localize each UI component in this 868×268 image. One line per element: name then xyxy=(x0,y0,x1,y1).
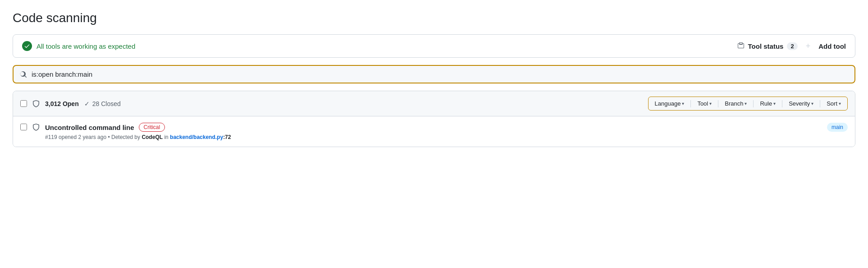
status-check-icon xyxy=(22,41,32,51)
severity-badge: Critical xyxy=(139,123,165,132)
branch-chevron-icon: ▾ xyxy=(745,101,747,106)
alert-checkbox[interactable] xyxy=(20,124,27,130)
page-title: Code scanning xyxy=(13,11,855,25)
severity-chevron-icon: ▾ xyxy=(811,101,813,106)
tool-status-icon xyxy=(737,42,745,51)
rule-chevron-icon: ▾ xyxy=(773,101,776,106)
severity-filter-button[interactable]: Severity ▾ xyxy=(785,98,817,109)
rule-filter-button[interactable]: Rule ▾ xyxy=(756,98,779,109)
alert-right: main xyxy=(827,123,848,132)
tool-chevron-icon: ▾ xyxy=(709,101,712,106)
tool-filter-button[interactable]: Tool ▾ xyxy=(694,98,715,109)
sort-filter-button[interactable]: Sort ▾ xyxy=(823,98,845,109)
filter-separator-2 xyxy=(718,100,718,107)
search-container xyxy=(13,65,855,83)
status-message: All tools are working as expected xyxy=(37,42,135,50)
tool-count-badge: 2 xyxy=(787,42,797,50)
results-panel: 3,012 Open ✓ 28 Closed Language ▾ Tool ▾… xyxy=(13,91,855,147)
language-filter-button[interactable]: Language ▾ xyxy=(651,98,688,109)
filter-separator-5 xyxy=(820,100,820,107)
sort-chevron-icon: ▾ xyxy=(839,101,841,106)
add-tool-button[interactable]: Add tool xyxy=(818,42,846,50)
alert-row: Uncontrolled command line Critical #119 … xyxy=(13,116,855,147)
alert-title-row: Uncontrolled command line Critical xyxy=(45,123,822,132)
search-input[interactable] xyxy=(32,70,848,78)
tool-status-button[interactable]: Tool status 2 xyxy=(737,42,798,51)
status-left: All tools are working as expected xyxy=(22,41,135,51)
search-icon xyxy=(20,71,27,78)
branch-filter-button[interactable]: Branch ▾ xyxy=(721,98,750,109)
open-count: 3,012 Open xyxy=(45,100,79,107)
status-right: Tool status 2 + Add tool xyxy=(737,42,846,51)
filter-separator-3 xyxy=(753,100,754,107)
tool-status-label: Tool status xyxy=(748,42,784,50)
alert-tool: CodeQL xyxy=(142,134,163,140)
filter-separator-4 xyxy=(782,100,782,107)
alert-time: opened 2 years ago • Detected by xyxy=(59,134,142,140)
select-all-checkbox[interactable] xyxy=(20,100,27,107)
shield-icon xyxy=(32,100,40,107)
alert-meta: #119 opened 2 years ago • Detected by Co… xyxy=(45,134,822,140)
rule-filter-label: Rule xyxy=(760,100,772,107)
language-chevron-icon: ▾ xyxy=(682,101,684,106)
alert-content: Uncontrolled command line Critical #119 … xyxy=(45,123,822,140)
alert-shield-icon xyxy=(32,124,40,131)
closed-count-label: 28 Closed xyxy=(92,100,121,107)
filters-group: Language ▾ Tool ▾ Branch ▾ Rule ▾ Severi… xyxy=(648,97,848,111)
results-header: 3,012 Open ✓ 28 Closed Language ▾ Tool ▾… xyxy=(13,91,855,116)
branch-filter-label: Branch xyxy=(725,100,743,107)
branch-tag: main xyxy=(827,123,848,132)
add-tool-label: Add tool xyxy=(818,42,846,50)
filter-separator xyxy=(690,100,691,107)
severity-filter-label: Severity xyxy=(789,100,810,107)
sort-filter-label: Sort xyxy=(827,100,837,107)
alert-number: #119 xyxy=(45,134,57,140)
results-header-left: 3,012 Open ✓ 28 Closed xyxy=(20,100,121,107)
alert-file-link[interactable]: backend/backend.py xyxy=(170,134,223,140)
check-icon: ✓ xyxy=(84,100,90,107)
alert-file: backend/backend.py:72 xyxy=(170,134,231,140)
alert-in: in xyxy=(164,134,170,140)
divider: + xyxy=(806,42,811,51)
language-filter-label: Language xyxy=(655,100,681,107)
status-banner: All tools are working as expected Tool s… xyxy=(13,34,855,58)
alert-title[interactable]: Uncontrolled command line xyxy=(45,124,134,131)
closed-count: ✓ 28 Closed xyxy=(84,100,121,107)
search-input-wrapper xyxy=(13,65,855,83)
tool-filter-label: Tool xyxy=(697,100,708,107)
